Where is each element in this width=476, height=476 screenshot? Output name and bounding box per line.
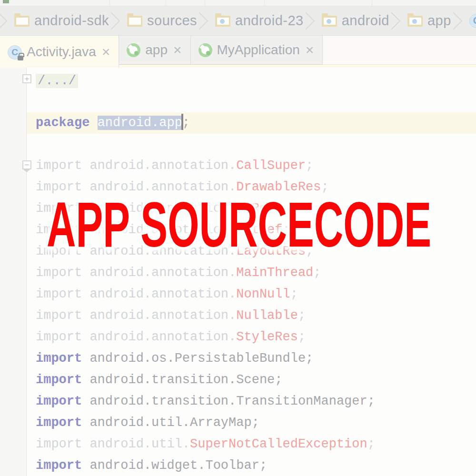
breadcrumb-item[interactable]: android-23: [215, 13, 304, 29]
close-icon[interactable]: ×: [172, 43, 183, 57]
import-line[interactable]: import android.annotation.DrawableRes;: [0, 177, 476, 198]
folder-icon: [14, 16, 30, 27]
chevron-right-icon: [0, 12, 7, 30]
package-keyword: package: [36, 116, 89, 130]
breadcrumb-item[interactable]: android: [322, 13, 389, 29]
import-line[interactable]: import android.annotation.Nullable;: [0, 305, 476, 327]
code-editor[interactable]: /.../ package android.app; import androi…: [0, 68, 476, 476]
breadcrumb-item[interactable]: sources: [127, 13, 197, 29]
android-module-icon: [198, 43, 212, 57]
import-line[interactable]: import android.widget.Toolbar;: [0, 455, 476, 476]
folded-comment[interactable]: /.../: [36, 74, 78, 88]
fold-expand-icon[interactable]: [22, 74, 31, 83]
editor-tab[interactable]: MyApplication ×: [191, 36, 323, 65]
readonly-class-icon: [8, 45, 22, 60]
import-line[interactable]: import android.transition.TransitionMana…: [0, 391, 476, 412]
close-icon[interactable]: ×: [101, 45, 111, 59]
package-folder-icon: [322, 16, 337, 27]
folder-icon: [127, 16, 142, 27]
breadcrumb: android-sdk sources android-23 android a…: [0, 6, 476, 36]
import-line[interactable]: import android.os.PersistableBundle;: [0, 348, 476, 369]
package-suffix: ;: [182, 116, 190, 130]
android-module-icon: [127, 43, 140, 57]
selected-text: android.app: [98, 116, 182, 130]
import-line[interactable]: import android.annotation.IntDef;: [0, 219, 476, 241]
editor-tab[interactable]: app ×: [119, 36, 190, 65]
import-line[interactable]: import android.util.SuperNotCalledExcept…: [0, 434, 476, 455]
editor-tab-bar: Activity.java × app × MyApplication ×: [0, 36, 476, 68]
toolbar-strip: [0, 0, 476, 6]
import-line[interactable]: import android.annotation.CallSuper;: [0, 155, 476, 177]
import-line[interactable]: import android.annotation.IdRes;: [0, 198, 476, 219]
fold-collapse-icon[interactable]: [22, 160, 31, 169]
import-line[interactable]: import android.annotation.MainThread;: [0, 262, 476, 284]
breadcrumb-item[interactable]: android-sdk: [14, 13, 109, 29]
folded-comment-line[interactable]: /.../: [0, 70, 476, 92]
import-line[interactable]: import android.util.ArrayMap;: [0, 412, 476, 434]
import-line[interactable]: import android.annotation.NonNull;: [0, 284, 476, 305]
package-line[interactable]: package android.app;: [0, 112, 476, 134]
package-folder-icon: [215, 16, 230, 27]
close-icon[interactable]: ×: [305, 43, 315, 57]
ide-window: android-sdk sources android-23 android a…: [0, 0, 476, 476]
tabs-container: Activity.java × app × MyApplication ×: [0, 36, 323, 68]
breadcrumb-item[interactable]: Activity: [469, 13, 476, 29]
import-line[interactable]: import android.transition.Scene;: [0, 369, 476, 391]
editor-tab[interactable]: Activity.java ×: [0, 36, 119, 68]
import-line[interactable]: import android.annotation.LayoutRes;: [0, 241, 476, 262]
package-folder-icon: [407, 16, 423, 27]
import-line[interactable]: import android.annotation.StyleRes;: [0, 327, 476, 348]
toolbar-fragment-icon: [3, 0, 9, 3]
class-icon: [469, 14, 476, 28]
